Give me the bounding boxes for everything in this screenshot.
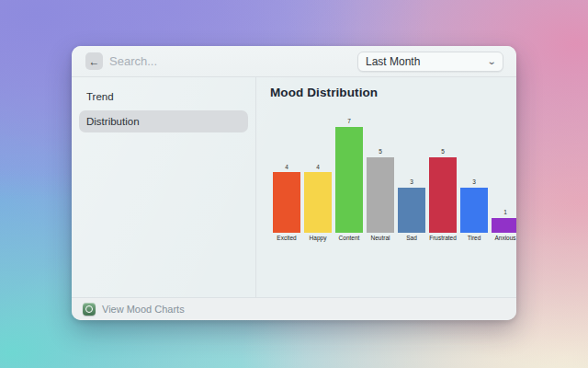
bar-category-label: Neutral xyxy=(371,236,390,242)
bar-category-label: Tired xyxy=(468,236,481,242)
bar-value-label: 4 xyxy=(316,165,320,171)
toolbar: ← Last Month ⌄ xyxy=(72,46,516,77)
sidebar-item-trend[interactable]: Trend xyxy=(79,86,248,108)
bar-content xyxy=(335,127,363,234)
mood-bar-chart: 4Excited4Happy7Content5Neutral3Sad5Frust… xyxy=(273,119,516,242)
bar-neutral xyxy=(367,157,394,234)
desktop-background: ← Last Month ⌄ Trend Distribution Mood D… xyxy=(0,0,588,368)
bar-category-label: Content xyxy=(339,236,360,242)
circle-glyph xyxy=(85,305,93,313)
bar-category-label: Excited xyxy=(277,236,296,242)
bar-category-label: Sad xyxy=(406,236,417,242)
bar-category-label: Anxious xyxy=(494,236,515,242)
search-box xyxy=(109,54,357,68)
bar-value-label: 5 xyxy=(379,149,382,155)
bar-value-label: 4 xyxy=(285,165,288,171)
bar-column-frustrated: 5Frustrated xyxy=(429,149,457,242)
dropdown-selected-value: Last Month xyxy=(366,55,420,68)
mood-charts-app-icon xyxy=(83,303,96,316)
sidebar: Trend Distribution xyxy=(72,77,256,297)
bar-anxious xyxy=(492,218,516,234)
sidebar-item-distribution[interactable]: Distribution xyxy=(79,110,248,132)
bar-excited xyxy=(273,172,300,233)
bar-column-anxious: 1Anxious xyxy=(492,210,516,242)
back-button[interactable]: ← xyxy=(85,52,103,70)
window-body: Trend Distribution Mood Distribution 4Ex… xyxy=(72,77,516,297)
time-range-dropdown[interactable]: Last Month ⌄ xyxy=(357,52,503,72)
bar-category-label: Happy xyxy=(310,236,327,242)
bar-value-label: 1 xyxy=(503,210,507,216)
bar-frustrated xyxy=(429,157,457,234)
bar-column-content: 7Content xyxy=(335,119,363,242)
bar-happy xyxy=(304,172,332,233)
bar-column-neutral: 5Neutral xyxy=(367,149,394,242)
bar-category-label: Frustrated xyxy=(429,236,457,242)
bar-value-label: 3 xyxy=(410,179,413,186)
bar-sad xyxy=(398,188,425,234)
bar-value-label: 5 xyxy=(441,149,445,155)
status-bar: View Mood Charts xyxy=(72,297,516,320)
chevron-down-icon: ⌄ xyxy=(486,57,496,66)
page-title: Mood Distribution xyxy=(270,86,516,99)
mood-charts-window: ← Last Month ⌄ Trend Distribution Mood D… xyxy=(72,46,516,320)
bar-column-sad: 3Sad xyxy=(398,179,425,242)
bar-tired xyxy=(460,188,488,234)
bar-column-excited: 4Excited xyxy=(273,165,300,243)
main-panel: Mood Distribution 4Excited4Happy7Content… xyxy=(256,77,516,297)
bar-value-label: 3 xyxy=(472,179,476,186)
bar-value-label: 7 xyxy=(347,119,351,125)
status-bar-label: View Mood Charts xyxy=(102,304,185,315)
bar-column-happy: 4Happy xyxy=(304,165,332,243)
search-input[interactable] xyxy=(109,54,311,68)
arrow-left-icon: ← xyxy=(89,56,100,67)
bar-column-tired: 3Tired xyxy=(460,179,488,242)
